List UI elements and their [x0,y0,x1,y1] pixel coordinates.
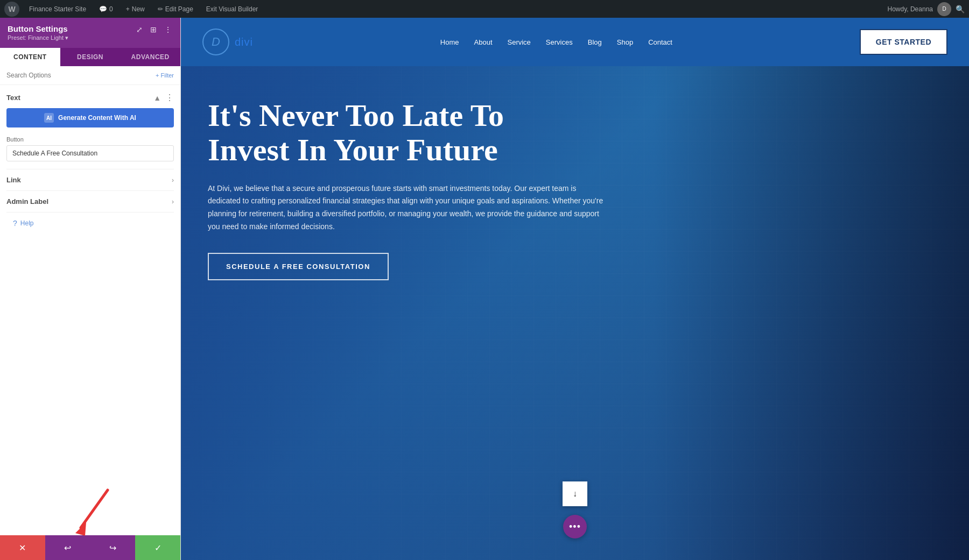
help-icon: ? [13,219,17,228]
link-section: Link › [6,169,174,190]
nav-home[interactable]: Home [440,38,459,46]
section-more-icon[interactable]: ⋮ [165,93,174,103]
admin-label-section-header[interactable]: Admin Label › [6,197,174,205]
text-section-title: Text [6,94,20,102]
cancel-icon: ✕ [19,543,26,553]
admin-label-title: Admin Label [6,197,48,205]
avatar[interactable]: D [937,2,951,16]
comment-icon: 💬 [99,5,107,13]
sidebar-tabs: Content Design Advanced [0,48,180,66]
site-name-link[interactable]: Finance Starter Site [26,3,89,15]
button-field-label: Button [6,136,174,143]
sidebar-content: Text ▲ ⋮ AI Generate Content With AI But… [0,85,180,535]
help-section: ? Help [6,212,174,234]
hero-description: At Divi, we believe that a secure and pr… [208,182,606,233]
sidebar: Button Settings Preset: Finance Light ▾ … [0,18,181,560]
tab-content[interactable]: Content [0,48,60,66]
plus-icon: + [126,5,130,13]
tab-advanced[interactable]: Advanced [120,48,180,66]
button-field-group: Button [6,136,174,161]
ai-icon: AI [44,113,54,123]
sidebar-search-bar: + Filter [0,66,180,85]
button-text-input[interactable] [6,145,174,161]
nav-blog[interactable]: Blog [588,38,602,46]
howdy-text: Howdy, Deanna [888,5,933,13]
admin-bar-left: W Finance Starter Site 💬 0 + New ✏ Edit … [4,2,881,17]
hero-title: It's Never Too Late To Invest In Your Fu… [208,98,617,167]
sidebar-header: Button Settings Preset: Finance Light ▾ … [0,18,180,48]
admin-bar-right: Howdy, Deanna D 🔍 [888,2,965,16]
scroll-down-button[interactable]: ↓ [563,481,587,506]
sidebar-header-icons: ⤢ ⊞ ⋮ [135,24,173,35]
three-dots-icon: ••• [569,521,581,533]
purple-options-button[interactable]: ••• [563,515,587,538]
site-navigation: D divi Home About Service Services Blog … [181,18,969,66]
text-section-header: Text ▲ ⋮ [6,93,174,103]
hero-content: It's Never Too Late To Invest In Your Fu… [181,66,644,313]
undo-icon: ↩ [64,543,71,553]
main-layout: Button Settings Preset: Finance Light ▾ … [0,18,969,560]
tab-design[interactable]: Design [60,48,121,66]
new-link[interactable]: + New [123,3,148,15]
logo-circle: D [202,29,229,55]
more-options-icon[interactable]: ⋮ [163,24,173,35]
redo-button[interactable]: ↪ [90,535,136,560]
nav-about[interactable]: About [474,38,493,46]
admin-bar: W Finance Starter Site 💬 0 + New ✏ Edit … [0,0,969,18]
admin-label-chevron-icon: › [172,198,174,205]
save-button[interactable]: ✓ [135,535,180,560]
sidebar-preset[interactable]: Preset: Finance Light ▾ [8,34,68,41]
redo-icon: ↪ [109,543,116,553]
site-logo: D divi [202,29,253,55]
link-section-header[interactable]: Link › [6,176,174,184]
scroll-down-icon: ↓ [573,489,577,499]
logo-text: divi [235,36,253,48]
sidebar-bottom-bar: ✕ ↩ ↪ ✓ [0,535,180,560]
sidebar-title-area: Button Settings Preset: Finance Light ▾ [8,24,68,41]
get-started-button[interactable]: GET STARTED [860,29,947,55]
fullscreen-icon[interactable]: ⤢ [135,24,144,35]
nav-service[interactable]: Service [508,38,531,46]
nav-shop[interactable]: Shop [617,38,633,46]
link-section-title: Link [6,176,21,184]
exit-builder-link[interactable]: Exit Visual Builder [203,3,262,15]
grid-icon[interactable]: ⊞ [149,24,158,35]
link-chevron-icon: › [172,176,174,184]
help-link[interactable]: Help [20,219,34,227]
section-controls: ▲ ⋮ [153,93,174,103]
admin-label-section: Admin Label › [6,190,174,212]
hero-cta-button[interactable]: SCHEDULE A FREE CONSULTATION [208,253,389,280]
edit-page-link[interactable]: ✏ Edit Page [155,3,196,15]
pencil-icon: ✏ [158,5,163,13]
collapse-icon[interactable]: ▲ [153,94,161,102]
hero-section: It's Never Too Late To Invest In Your Fu… [181,66,969,560]
comments-link[interactable]: 💬 0 [96,3,116,15]
save-icon: ✓ [155,543,162,553]
filter-button[interactable]: + Filter [156,72,174,79]
search-options-input[interactable] [6,72,151,79]
sidebar-title: Button Settings [8,24,68,33]
main-content-area: D divi Home About Service Services Blog … [181,18,969,560]
generate-ai-button[interactable]: AI Generate Content With AI [6,108,174,127]
cancel-button[interactable]: ✕ [0,535,45,560]
undo-button[interactable]: ↩ [45,535,90,560]
nav-contact[interactable]: Contact [648,38,672,46]
admin-search-icon[interactable]: 🔍 [956,5,965,13]
nav-links: Home About Service Services Blog Shop Co… [440,38,672,46]
nav-services[interactable]: Services [546,38,573,46]
wordpress-logo[interactable]: W [4,2,19,17]
